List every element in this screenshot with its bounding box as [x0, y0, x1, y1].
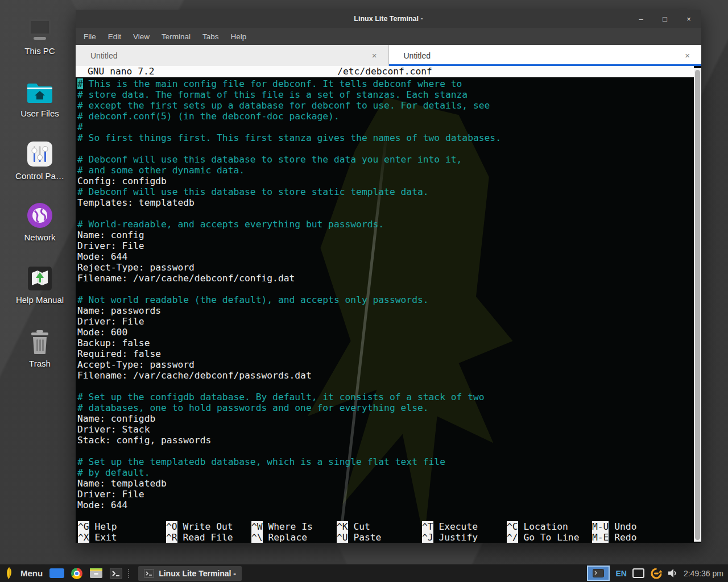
- desktop: This PC User Files Contro: [0, 0, 728, 582]
- shortcut-entry: ^O Write Out: [166, 521, 233, 532]
- help-manual-icon: [27, 264, 52, 291]
- display-tray-icon[interactable]: [632, 568, 644, 578]
- desktop-icon-label: User Files: [20, 109, 59, 118]
- maximize-icon[interactable]: □: [660, 15, 669, 23]
- desktop-icon-user-files[interactable]: User Files: [9, 77, 71, 118]
- desktop-icon-label: Trash: [29, 359, 51, 368]
- menu-item-edit[interactable]: Edit: [108, 32, 121, 41]
- shortcut-label: Redo: [609, 532, 636, 543]
- update-notifier-icon[interactable]: [650, 567, 663, 580]
- tab-label: Untitled: [90, 51, 117, 60]
- menu-item-help[interactable]: Help: [231, 32, 247, 41]
- shortcut-column: ^O Write Out^R Read File: [166, 521, 233, 543]
- show-desktop-icon[interactable]: [49, 568, 64, 578]
- terminal-line: # So first things first. This first stan…: [77, 132, 692, 143]
- terminal-line: # Not world readable (the default), and …: [77, 294, 692, 305]
- taskbar-window-label: Linux Lite Terminal -: [159, 569, 236, 578]
- tab-untitled-2[interactable]: Untitled ×: [389, 45, 702, 66]
- shortcut-key: ^J: [422, 532, 433, 543]
- shortcut-key: ^/: [507, 532, 518, 543]
- taskbar-window-button[interactable]: Linux Lite Terminal -: [138, 566, 242, 581]
- nano-file-path: /etc/debconf.conf: [76, 66, 694, 77]
- terminal-line: # World-readable, and accepts everything…: [77, 219, 692, 230]
- clock[interactable]: 2:49:36 pm: [684, 569, 723, 578]
- control-panel-icon: [27, 140, 53, 167]
- terminal-line: Templates: templatedb: [77, 197, 692, 208]
- terminal-line: [77, 381, 692, 392]
- desktop-icon-help-manual[interactable]: Help Manual: [9, 264, 71, 305]
- nano-titlebar: GNU nano 7.2 /etc/debconf.conf: [76, 66, 694, 77]
- terminal-line: Backup: false: [77, 338, 692, 348]
- shortcut-column: ^W Where Is^\ Replace: [251, 521, 313, 543]
- nano-editor-body: # This is the main config file for debco…: [77, 78, 692, 510]
- scrollbar-thumb[interactable]: [695, 70, 700, 540]
- tab-close-icon[interactable]: ×: [685, 51, 690, 60]
- desktop-icon-trash[interactable]: Trash: [9, 327, 71, 368]
- close-icon[interactable]: ×: [684, 15, 693, 23]
- folder-home-icon: [26, 77, 54, 105]
- shortcut-label: Exit: [89, 532, 117, 543]
- text-cursor: #: [77, 78, 83, 89]
- shortcut-label: Justify: [433, 532, 478, 543]
- shortcut-entry: ^K Cut: [337, 521, 381, 532]
- desktop-icon-label: Help Manual: [16, 295, 64, 305]
- desktop-icon-label: This PC: [24, 46, 55, 56]
- terminal-line: # and some other dynamic data.: [77, 165, 692, 176]
- network-globe-icon: [27, 201, 53, 228]
- shortcut-entry: ^\ Replace: [251, 532, 313, 543]
- shortcut-entry: ^W Where Is: [251, 521, 313, 532]
- shortcut-entry: M-U Undo: [592, 521, 636, 532]
- tab-untitled-1[interactable]: Untitled ×: [76, 45, 389, 66]
- taskbar: Menu Linux Lite Terminal -: [0, 564, 728, 582]
- terminal-line: Filename: /var/cache/debconf/config.dat: [77, 273, 692, 284]
- minimize-icon[interactable]: –: [636, 15, 646, 23]
- terminal-line: Accept-Type: password: [77, 359, 692, 370]
- shortcut-column: ^G Help^X Exit: [78, 521, 117, 543]
- taskbar-separator: [128, 569, 133, 578]
- shortcut-key: ^O: [166, 521, 177, 532]
- file-manager-icon[interactable]: [89, 568, 103, 579]
- shortcut-label: Location: [518, 521, 568, 532]
- trash-icon: [28, 327, 51, 355]
- desktop-icon-this-pc[interactable]: This PC: [9, 15, 71, 56]
- shortcut-key: M-E: [592, 532, 609, 543]
- menubar: FileEditViewTerminalTabsHelp: [76, 28, 701, 45]
- terminal-launcher-icon[interactable]: [110, 568, 122, 579]
- terminal-line: # databases, one to hold passwords and o…: [77, 402, 692, 413]
- menu-item-file[interactable]: File: [84, 32, 96, 41]
- terminal-scrollbar[interactable]: [694, 68, 701, 542]
- terminal-line: # except the first sets up a database fo…: [77, 100, 692, 111]
- chrome-browser-icon[interactable]: [71, 568, 82, 579]
- titlebar[interactable]: Linux Lite Terminal - – □ ×: [76, 10, 701, 28]
- menu-item-tabs[interactable]: Tabs: [202, 32, 219, 41]
- language-indicator[interactable]: EN: [615, 569, 626, 578]
- menu-item-view[interactable]: View: [133, 32, 150, 41]
- shortcut-key: ^X: [78, 532, 89, 543]
- terminal-line-cursor: # This is the main config file for debco…: [77, 78, 692, 89]
- shortcut-column: ^T Execute^J Justify: [422, 521, 478, 543]
- tab-close-icon[interactable]: ×: [372, 51, 377, 60]
- terminal-line: Driver: File: [77, 240, 692, 251]
- shortcut-entry: ^T Execute: [422, 521, 478, 532]
- terminal-line: Config: configdb: [77, 176, 692, 186]
- terminal-line: Mode: 600: [77, 327, 692, 338]
- terminal-screen[interactable]: GNU nano 7.2 /etc/debconf.conf # This is…: [76, 66, 701, 543]
- workspace-switcher[interactable]: [587, 566, 610, 581]
- terminal-icon: [144, 569, 154, 578]
- shortcut-entry: ^G Help: [78, 521, 117, 532]
- volume-icon[interactable]: [668, 569, 678, 577]
- tab-label: Untitled: [404, 51, 431, 60]
- shortcut-label: Undo: [609, 521, 636, 532]
- desktop-icon-control-panel[interactable]: Control Pa…: [9, 140, 71, 181]
- desktop-icon-network[interactable]: Network: [9, 201, 71, 242]
- shortcut-label: Where Is: [263, 521, 313, 532]
- linux-lite-logo-icon[interactable]: [5, 567, 14, 580]
- window-title: Linux Lite Terminal -: [354, 15, 423, 23]
- terminal-line: # store data. The format of this file is…: [77, 89, 692, 100]
- menu-button[interactable]: Menu: [20, 568, 43, 578]
- terminal-line: [77, 208, 692, 219]
- desktop-icon-label: Control Pa…: [15, 171, 64, 181]
- shortcut-entry: ^C Location: [507, 521, 579, 532]
- menu-item-terminal[interactable]: Terminal: [162, 32, 191, 41]
- shortcut-key: ^W: [251, 521, 263, 532]
